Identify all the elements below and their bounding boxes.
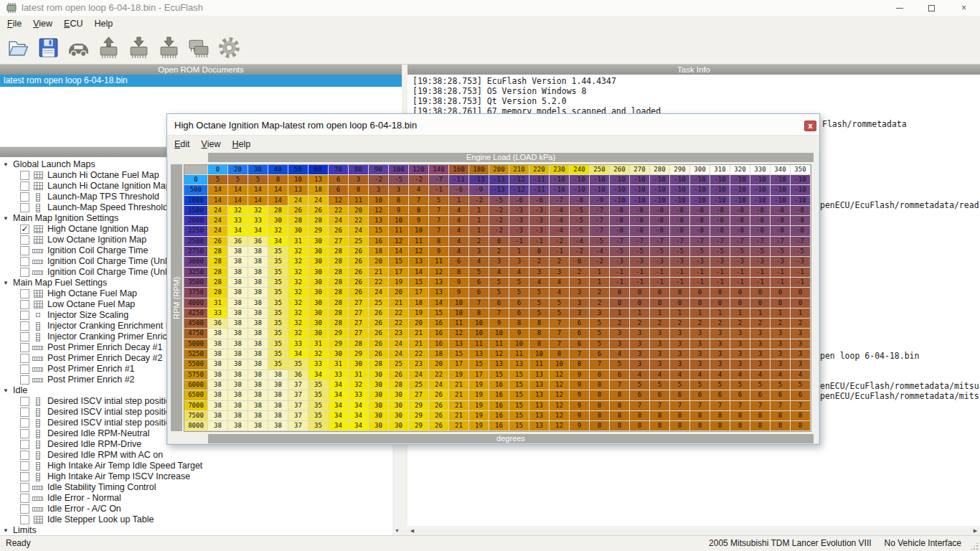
map-cell-r0-c60[interactable]: 13: [308, 175, 329, 185]
compare-roms-button[interactable]: [184, 34, 214, 62]
map-cell-r2250-c20[interactable]: 34: [228, 226, 248, 236]
map-cell-r5750-c280[interactable]: 4: [650, 370, 670, 380]
map-cell-r2500-c260[interactable]: -7: [610, 237, 630, 247]
map-cell-r4250-c260[interactable]: 1: [610, 309, 630, 319]
map-cell-r2750-c90[interactable]: 18: [369, 247, 389, 257]
map-cell-r3750-c40[interactable]: 35: [268, 288, 288, 298]
map-cell-r3250-c90[interactable]: 21: [369, 268, 389, 278]
map-cell-r3500-c250[interactable]: 1: [590, 278, 610, 288]
map-cell-r6000-c270[interactable]: 5: [630, 380, 650, 390]
map-cell-r2500-c200[interactable]: 0: [489, 237, 509, 247]
map-cell-r2500-c120[interactable]: 11: [409, 237, 429, 247]
map-cell-r7500-c90[interactable]: 30: [369, 411, 389, 421]
map-cell-r500-c100[interactable]: 3: [389, 185, 409, 195]
tree-item-checkbox[interactable]: [20, 461, 29, 471]
map-cell-r8000-c210[interactable]: 15: [509, 421, 529, 431]
map-cell-r5500-c260[interactable]: 5: [610, 359, 630, 369]
map-cell-r5000-c260[interactable]: 3: [610, 339, 630, 349]
column-header-270[interactable]: 270: [630, 165, 650, 175]
map-cell-r4250-c230[interactable]: 5: [550, 309, 570, 319]
map-cell-r5500-c200[interactable]: 13: [489, 359, 509, 369]
map-cell-r6000-c210[interactable]: 15: [509, 380, 529, 390]
menu-help[interactable]: Help: [226, 138, 256, 151]
map-cell-r1000-c290[interactable]: -10: [670, 196, 690, 206]
map-cell-r5000-c50[interactable]: 33: [288, 339, 308, 349]
map-cell-r2250-c320[interactable]: -8: [730, 226, 750, 236]
map-cell-r4750-c290[interactable]: 3: [670, 329, 690, 339]
map-cell-r500-c30[interactable]: 14: [248, 185, 268, 195]
map-cell-r2500-c340[interactable]: -7: [771, 237, 791, 247]
map-cell-r3500-c330[interactable]: -1: [750, 278, 771, 288]
map-cell-r1000-c0[interactable]: 14: [208, 196, 228, 206]
map-cell-r2750-c140[interactable]: 9: [429, 247, 449, 257]
map-cell-r5500-c20[interactable]: 38: [228, 359, 248, 369]
map-cell-r3750-c100[interactable]: 20: [389, 288, 409, 298]
map-cell-r4250-c310[interactable]: 1: [710, 309, 730, 319]
map-cell-r2250-c60[interactable]: 29: [308, 226, 329, 236]
map-cell-r4750-c40[interactable]: 35: [268, 329, 288, 339]
map-cell-r2750-c230[interactable]: -1: [550, 247, 570, 257]
map-cell-r2750-c280[interactable]: -5: [650, 247, 670, 257]
map-cell-r7500-c50[interactable]: 37: [288, 411, 308, 421]
map-cell-r2750-c300[interactable]: -5: [690, 247, 710, 257]
map-cell-r5250-c270[interactable]: 3: [630, 349, 650, 359]
row-header-3000[interactable]: 3000: [184, 257, 208, 267]
map-cell-r4250-c210[interactable]: 6: [509, 309, 529, 319]
map-cell-r1000-c210[interactable]: -6: [509, 196, 529, 206]
map-cell-r4000-c30[interactable]: 38: [248, 298, 268, 309]
map-cell-r5500-c80[interactable]: 30: [349, 359, 369, 369]
map-cell-r1000-c20[interactable]: 14: [228, 196, 248, 206]
map-cell-r4500-c100[interactable]: 22: [389, 319, 409, 329]
map-cell-r5000-c180[interactable]: 11: [469, 339, 489, 349]
map-cell-r4250-c100[interactable]: 22: [389, 309, 409, 319]
map-cell-r4000-c310[interactable]: 0: [710, 298, 730, 309]
map-cell-r5750-c70[interactable]: 33: [329, 370, 349, 380]
map-cell-r4250-c270[interactable]: 1: [630, 309, 650, 319]
map-cell-r3000-c350[interactable]: -3: [791, 257, 811, 267]
map-cell-r1500-c20[interactable]: 32: [228, 206, 248, 216]
map-cell-r6000-c280[interactable]: 5: [650, 380, 670, 390]
map-cell-r6500-c340[interactable]: 6: [771, 390, 791, 400]
map-cell-r7500-c320[interactable]: 8: [730, 411, 750, 421]
map-cell-r4500-c240[interactable]: 6: [570, 319, 590, 329]
map-cell-r0-c230[interactable]: -10: [550, 175, 570, 185]
map-cell-r8000-c230[interactable]: 12: [550, 421, 570, 431]
map-cell-r2750-c0[interactable]: 28: [208, 247, 228, 257]
map-cell-r3750-c280[interactable]: 0: [650, 288, 670, 298]
map-cell-r5250-c350[interactable]: 3: [791, 349, 811, 359]
map-cell-r1000-c330[interactable]: -10: [750, 196, 771, 206]
column-header-80[interactable]: 80: [349, 165, 369, 175]
map-cell-r8000-c80[interactable]: 34: [349, 421, 369, 431]
map-cell-r4000-c200[interactable]: 6: [489, 298, 509, 309]
map-cell-r6500-c310[interactable]: 6: [710, 390, 730, 400]
map-cell-r2250-c250[interactable]: -7: [590, 226, 610, 236]
map-cell-r4250-c20[interactable]: 38: [228, 309, 248, 319]
map-cell-r5750-c240[interactable]: 9: [570, 370, 590, 380]
map-cell-r3750-c230[interactable]: 4: [550, 288, 570, 298]
map-cell-r1500-c330[interactable]: -8: [750, 206, 771, 216]
map-cell-r2000-c240[interactable]: -5: [570, 216, 590, 226]
map-cell-r2250-c0[interactable]: 24: [208, 226, 228, 236]
map-cell-r8000-c250[interactable]: 8: [590, 421, 610, 431]
map-cell-r5750-c100[interactable]: 26: [389, 370, 409, 380]
map-cell-r4000-c20[interactable]: 38: [228, 298, 248, 309]
map-cell-r3000-c70[interactable]: 28: [329, 257, 349, 267]
map-cell-r8000-c60[interactable]: 35: [308, 421, 329, 431]
map-cell-r4500-c330[interactable]: 2: [750, 319, 771, 329]
map-cell-r2000-c180[interactable]: 1: [469, 216, 489, 226]
map-cell-r5250-c70[interactable]: 30: [329, 349, 349, 359]
tree-item-checkbox[interactable]: [20, 235, 29, 245]
map-cell-r0-c90[interactable]: -2: [369, 175, 389, 185]
map-cell-r5750-c30[interactable]: 38: [248, 370, 268, 380]
map-cell-r4500-c70[interactable]: 28: [329, 319, 349, 329]
map-cell-r2000-c40[interactable]: 30: [268, 216, 288, 226]
map-cell-r6500-c20[interactable]: 38: [228, 390, 248, 400]
map-cell-r1500-c240[interactable]: -5: [570, 206, 590, 216]
map-cell-r3500-c60[interactable]: 30: [308, 278, 329, 288]
map-cell-r5500-c90[interactable]: 28: [369, 359, 389, 369]
map-cell-r2750-c30[interactable]: 38: [248, 247, 268, 257]
map-cell-r500-c70[interactable]: 6: [329, 185, 349, 195]
map-cell-r5000-c300[interactable]: 3: [690, 339, 710, 349]
map-cell-r5250-c0[interactable]: 38: [208, 349, 228, 359]
scroll-left-icon[interactable]: ◀: [407, 526, 417, 535]
